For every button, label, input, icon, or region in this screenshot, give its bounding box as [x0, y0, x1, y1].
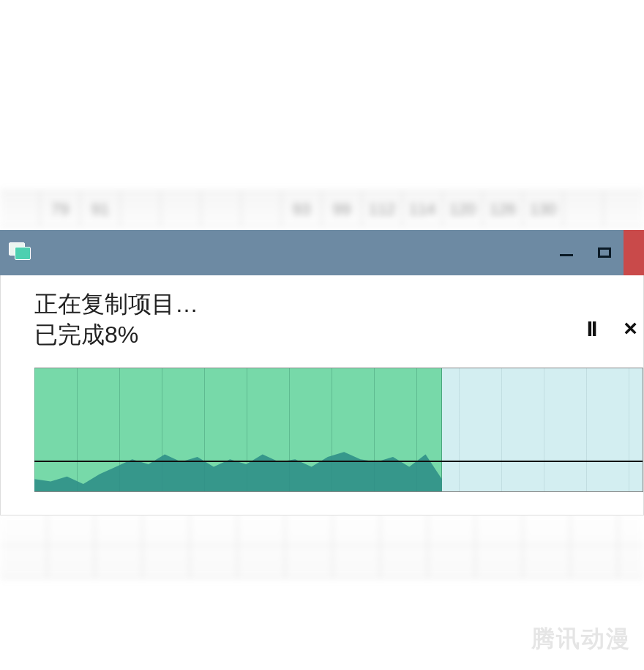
close-button[interactable]	[624, 230, 644, 275]
cancel-button[interactable]: ×	[624, 315, 637, 342]
copy-dialog: 正在复制项目… 已完成8% II ×	[0, 230, 644, 515]
watermark: 腾讯动漫	[531, 623, 631, 655]
maximize-button[interactable]	[585, 230, 624, 275]
status-progress: 已完成8%	[34, 319, 643, 350]
window-controls	[547, 230, 644, 275]
copy-icon	[9, 242, 35, 263]
chart-speed-trace	[34, 368, 442, 491]
background-ruler-bottom	[0, 513, 644, 578]
minimize-button[interactable]	[547, 230, 585, 275]
background-ruler-top: 79 91 93 99 112 114 120 126 130	[0, 190, 644, 227]
chart-baseline	[34, 461, 643, 462]
titlebar[interactable]	[0, 230, 644, 275]
pause-button[interactable]: II	[587, 316, 596, 341]
dialog-body: 正在复制项目… 已完成8% II ×	[0, 275, 644, 515]
status-title: 正在复制项目…	[34, 289, 643, 319]
transfer-speed-chart	[34, 368, 643, 492]
